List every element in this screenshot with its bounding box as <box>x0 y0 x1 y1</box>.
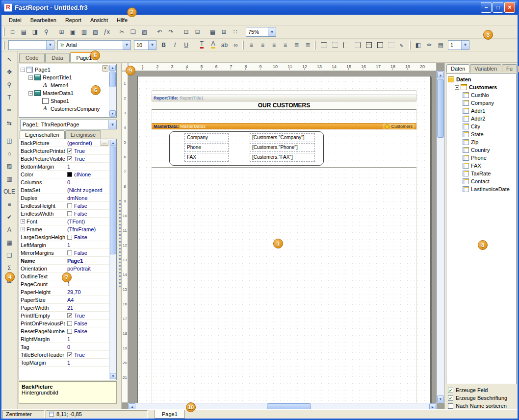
frame-icon[interactable] <box>352 40 363 50</box>
property-row[interactable]: BackPictureVisible True <box>19 155 109 163</box>
frame-icon[interactable] <box>318 40 329 50</box>
inspector-tab[interactable]: Eigenschaften <box>20 130 65 139</box>
tool-icon[interactable]: ✏ <box>3 104 15 116</box>
property-row[interactable]: BackPicturePrintable True <box>19 147 109 155</box>
toolbar-icon[interactable]: ⊡ <box>181 26 192 37</box>
tree-item[interactable]: MasterData1 <box>19 89 116 97</box>
tool-icon[interactable]: ✔ <box>3 211 15 222</box>
field-item[interactable]: State <box>446 130 516 138</box>
toolbar-icon[interactable]: ∷ <box>230 26 241 37</box>
property-row[interactable]: Orientation poPortrait <box>19 265 109 272</box>
format-icon[interactable]: U <box>181 40 192 50</box>
menu-item[interactable]: Datei <box>4 16 26 25</box>
field-item[interactable]: Company <box>446 99 516 107</box>
property-row[interactable]: LeftMargin 1 <box>19 241 109 249</box>
scroll-down-icon[interactable]: ▼ <box>109 110 116 117</box>
tool-icon[interactable]: ✥ <box>3 66 15 77</box>
scroll-down-icon[interactable]: ▼ <box>437 395 444 402</box>
property-row[interactable]: LargeDesignHeight False <box>19 233 109 241</box>
field-item[interactable]: FAX <box>446 162 516 170</box>
toolbar-icon[interactable]: ⚲ <box>41 26 52 37</box>
menu-item[interactable]: Ansicht <box>86 16 112 25</box>
tree-item[interactable]: CustomersCompany <box>19 105 116 113</box>
field-item[interactable]: Zip <box>446 138 516 146</box>
checkbox-icon[interactable] <box>448 388 453 393</box>
scroll-up-icon[interactable]: ▲ <box>109 65 116 71</box>
toolbar-grip[interactable] <box>409 41 411 49</box>
property-row[interactable]: MirrorMargins False <box>19 249 109 257</box>
designer-tab[interactable]: Code <box>19 53 45 62</box>
field-item[interactable]: Phone <box>446 154 516 162</box>
field-item[interactable]: TaxRate <box>446 170 516 177</box>
frame-icon[interactable] <box>386 40 397 50</box>
color-icon[interactable]: T <box>196 40 208 50</box>
label-memo[interactable]: FAX <box>184 153 229 162</box>
menu-item[interactable]: Hilfe <box>112 16 132 25</box>
tool-icon[interactable]: ▨ <box>3 160 15 172</box>
font-size-select[interactable]: 10▼ <box>134 40 156 50</box>
line-width-select[interactable]: 1▼ <box>448 40 469 50</box>
frame-icon[interactable] <box>363 40 374 50</box>
data-panel-tab[interactable]: Daten <box>446 64 469 73</box>
property-row[interactable]: PrintIfEmpty True <box>19 312 109 320</box>
align-icon[interactable]: ≡ <box>246 40 257 50</box>
property-row[interactable]: BottomMargin 1 <box>19 163 109 171</box>
window-button[interactable]: □ <box>493 2 503 13</box>
field-memo[interactable]: [Customers."Phone"] <box>250 143 315 152</box>
field-item[interactable]: Contact <box>446 177 516 185</box>
toolbar-icon[interactable]: □ <box>7 26 18 37</box>
property-row[interactable]: TopMargin 1 <box>19 359 109 367</box>
paint-icon[interactable]: ▤ <box>435 40 446 50</box>
checkbox-icon[interactable] <box>448 403 453 409</box>
frame-icon[interactable] <box>374 40 386 50</box>
align-icon[interactable]: ≡ <box>280 40 291 50</box>
property-row[interactable]: Columns 0 <box>19 178 109 186</box>
toolbar-icon[interactable]: ⊞ <box>56 26 67 37</box>
toolbar-grip[interactable] <box>3 27 5 36</box>
toolbar-grip[interactable] <box>314 41 316 49</box>
object-select[interactable]: Page1: TfrxReportPage ▼ <box>20 120 117 129</box>
tool-icon[interactable]: ◫ <box>3 135 15 146</box>
scrollbar-thumb[interactable] <box>437 79 444 138</box>
toolbar-icon[interactable]: ↷ <box>165 26 177 37</box>
toolbar-grip[interactable] <box>242 41 244 49</box>
property-row[interactable]: PrintOnPreviousPage False <box>19 320 109 327</box>
tool-icon[interactable]: ❏ <box>3 249 15 261</box>
property-row[interactable]: Frame (TfrxFrame) <box>19 225 109 233</box>
menu-item[interactable]: Report <box>61 16 86 25</box>
tool-icon[interactable]: ▥ <box>3 173 15 184</box>
toolbar-icon[interactable]: ▨ <box>139 26 150 37</box>
tool-icon[interactable]: A <box>3 224 15 235</box>
scroll-up-icon[interactable]: ▲ <box>437 72 444 78</box>
field-item[interactable]: Addr2 <box>446 115 516 123</box>
menu-item[interactable]: Bearbeiten <box>26 16 61 25</box>
tree-item[interactable]: Memo4 <box>19 81 116 89</box>
align-icon[interactable]: ≡ <box>257 40 268 50</box>
tree-item[interactable]: ReportTitle1 <box>19 74 116 81</box>
paint-icon[interactable]: ✏ <box>424 40 435 50</box>
tree-item[interactable]: Shape1 <box>19 97 116 105</box>
property-row[interactable]: Duplex dmNone <box>19 194 109 202</box>
toolbar-icon[interactable]: ▤ <box>18 26 29 37</box>
scrollbar-thumb[interactable] <box>110 147 116 254</box>
toolbar-icon[interactable]: ❏ <box>128 26 139 37</box>
toolbar-icon[interactable]: ▧ <box>90 26 101 37</box>
font-select[interactable]: Tr Arial▼ <box>57 40 131 50</box>
format-icon[interactable]: I <box>169 40 181 50</box>
property-row[interactable]: PaperSize A4 <box>19 296 109 304</box>
tool-icon[interactable]: OLE <box>3 186 15 197</box>
close-icon[interactable]: × <box>102 65 108 72</box>
designer-tab[interactable]: Data <box>45 53 69 62</box>
tree-scrollbar[interactable]: ▲ ▼ <box>109 65 116 117</box>
expander-icon[interactable] <box>28 75 33 80</box>
property-row[interactable]: Color clNone <box>19 171 109 178</box>
color-icon[interactable]: ab <box>219 40 230 50</box>
frame-icon[interactable] <box>329 40 340 50</box>
ellipsis-button[interactable]: … <box>101 140 108 146</box>
tool-icon[interactable]: ⌂ <box>3 148 15 159</box>
field-item[interactable]: Addr1 <box>446 107 516 115</box>
field-item[interactable]: CustNo <box>446 91 516 99</box>
property-row[interactable]: PaperWidth 21 <box>19 304 109 312</box>
report-page[interactable]: ReportTitle: ReportTitle1 OUR CUSTOMERS … <box>137 76 431 403</box>
page-tab[interactable]: Page1 <box>155 410 185 419</box>
